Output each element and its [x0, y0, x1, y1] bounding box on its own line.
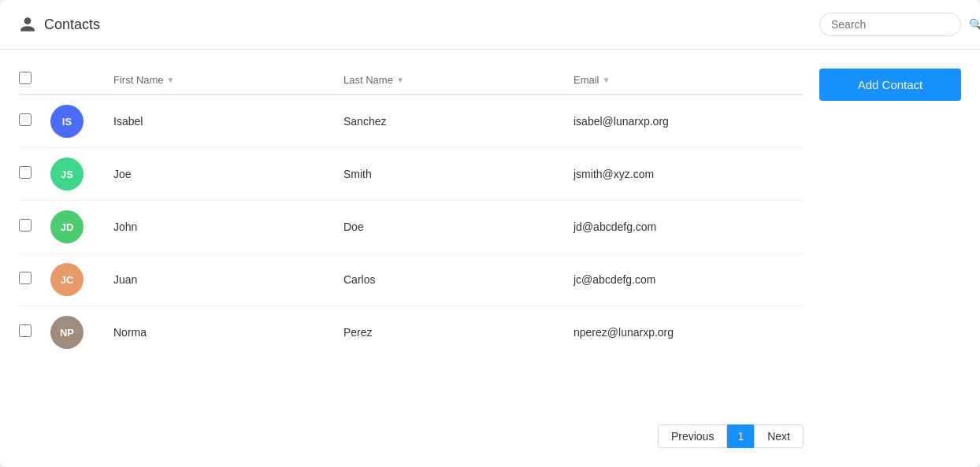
first-name-cell: John: [113, 221, 343, 233]
first-name-col-header: First Name ▼: [113, 74, 343, 86]
first-name-cell: Juan: [113, 273, 343, 286]
last-name-cell: Smith: [343, 168, 574, 180]
search-input[interactable]: [831, 18, 969, 31]
person-icon: [19, 16, 36, 33]
email-col-header: Email ▼: [574, 74, 804, 86]
email-cell: jc@abcdefg.com: [574, 273, 804, 286]
row-checkbox-cell: [19, 272, 50, 287]
last-name-cell: Doe: [343, 221, 574, 233]
header: Contacts 🔍: [0, 0, 980, 50]
last-name-cell: Sanchez: [343, 115, 574, 128]
add-contact-button[interactable]: Add Contact: [819, 69, 961, 101]
avatar: JC: [50, 263, 84, 296]
header-left: Contacts: [19, 16, 100, 33]
avatar: JD: [50, 210, 84, 243]
next-button[interactable]: Next: [754, 424, 804, 448]
table-body: IS Isabel Sanchez isabel@lunarxp.org JS …: [19, 95, 804, 412]
row-checkbox[interactable]: [19, 324, 32, 337]
first-name-cell: Joe: [113, 168, 343, 180]
row-checkbox[interactable]: [19, 113, 32, 126]
sort-icon-email[interactable]: ▼: [603, 76, 611, 84]
select-all-checkbox[interactable]: [19, 72, 32, 84]
last-name-col-header: Last Name ▼: [343, 74, 574, 86]
avatar-cell: JD: [50, 210, 113, 243]
row-checkbox-cell: [19, 324, 50, 340]
sort-icon-last-name[interactable]: ▼: [396, 76, 404, 84]
search-icon: 🔍: [969, 18, 980, 31]
table-row: JC Juan Carlos jc@abcdefg.com: [19, 254, 804, 306]
sidebar-actions: Add Contact: [819, 65, 961, 451]
sort-icon-first-name[interactable]: ▼: [167, 76, 175, 84]
table-header: First Name ▼ Last Name ▼ Email ▼: [19, 65, 804, 95]
first-name-cell: Norma: [113, 326, 343, 339]
avatar-cell: NP: [50, 316, 113, 349]
row-checkbox-cell: [19, 113, 50, 129]
avatar-cell: JC: [50, 263, 113, 296]
search-box[interactable]: 🔍: [819, 13, 961, 36]
email-cell: isabel@lunarxp.org: [574, 115, 804, 128]
last-name-cell: Carlos: [343, 273, 574, 286]
table-row: IS Isabel Sanchez isabel@lunarxp.org: [19, 95, 804, 148]
row-checkbox[interactable]: [19, 272, 32, 284]
email-cell: jd@abcdefg.com: [574, 221, 804, 233]
avatar-cell: IS: [50, 105, 113, 138]
row-checkbox[interactable]: [19, 166, 32, 179]
avatar: NP: [50, 316, 84, 349]
table-section: First Name ▼ Last Name ▼ Email ▼ IS: [19, 65, 804, 451]
last-name-cell: Perez: [343, 326, 574, 339]
row-checkbox-cell: [19, 219, 50, 235]
main-content: First Name ▼ Last Name ▼ Email ▼ IS: [0, 50, 980, 467]
first-name-cell: Isabel: [113, 115, 343, 128]
page-1-button[interactable]: 1: [727, 424, 754, 448]
header-checkbox-cell: [19, 72, 50, 87]
table-row: JD John Doe jd@abcdefg.com: [19, 201, 804, 254]
page-title: Contacts: [44, 17, 100, 33]
table-row: JS Joe Smith jsmith@xyz.com: [19, 148, 804, 201]
app-container: Contacts 🔍 First Name ▼ Last Name: [0, 0, 980, 467]
avatar: IS: [50, 105, 84, 138]
pagination: Previous 1 Next: [19, 412, 804, 451]
avatar: JS: [50, 158, 84, 191]
previous-button[interactable]: Previous: [658, 424, 727, 448]
email-cell: jsmith@xyz.com: [574, 168, 804, 180]
row-checkbox-cell: [19, 166, 50, 182]
email-cell: nperez@lunarxp.org: [574, 326, 804, 339]
table-row: NP Norma Perez nperez@lunarxp.org: [19, 306, 804, 358]
avatar-cell: JS: [50, 158, 113, 191]
row-checkbox[interactable]: [19, 219, 32, 232]
